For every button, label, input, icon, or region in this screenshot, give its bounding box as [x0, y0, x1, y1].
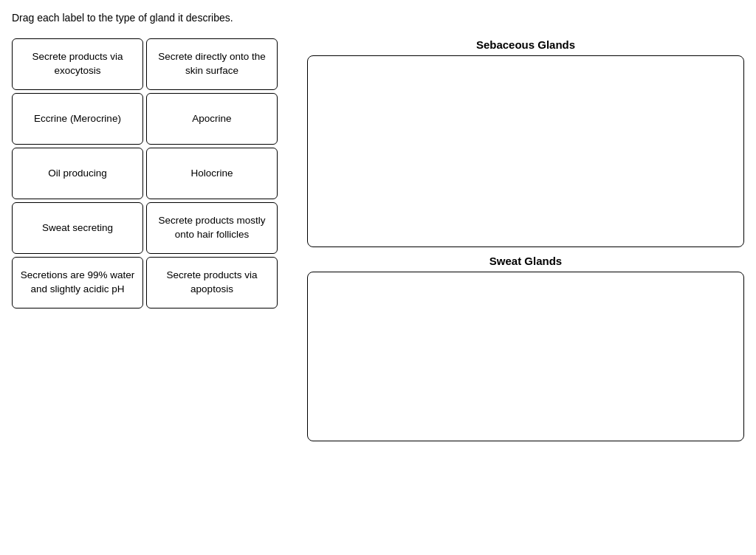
label-card[interactable]: Secrete products via exocytosis: [12, 38, 143, 90]
labels-panel: Secrete products via exocytosisSecrete d…: [12, 38, 278, 308]
label-card[interactable]: Sweat secreting: [12, 202, 143, 254]
sebaceous-drop-zone[interactable]: [307, 55, 744, 247]
sebaceous-section: Sebaceous Glands: [307, 38, 744, 247]
label-card[interactable]: Oil producing: [12, 148, 143, 199]
instruction-text: Drag each label to the type of gland it …: [12, 12, 744, 24]
label-card[interactable]: Eccrine (Merocrine): [12, 93, 143, 145]
sweat-drop-zone[interactable]: [307, 272, 744, 441]
label-card[interactable]: Holocrine: [146, 148, 278, 199]
sebaceous-title: Sebaceous Glands: [307, 38, 744, 51]
main-layout: Secrete products via exocytosisSecrete d…: [12, 38, 744, 449]
label-card[interactable]: Secrete products via apoptosis: [146, 257, 278, 308]
sweat-title: Sweat Glands: [307, 255, 744, 267]
label-card[interactable]: Secrete directly onto the skin surface: [146, 38, 278, 90]
label-card[interactable]: Apocrine: [146, 93, 278, 145]
drop-zones-panel: Sebaceous Glands Sweat Glands: [307, 38, 744, 449]
sweat-section: Sweat Glands: [307, 255, 744, 441]
label-card[interactable]: Secretions are 99% water and slightly ac…: [12, 257, 143, 308]
label-card[interactable]: Secrete products mostly onto hair follic…: [146, 202, 278, 254]
